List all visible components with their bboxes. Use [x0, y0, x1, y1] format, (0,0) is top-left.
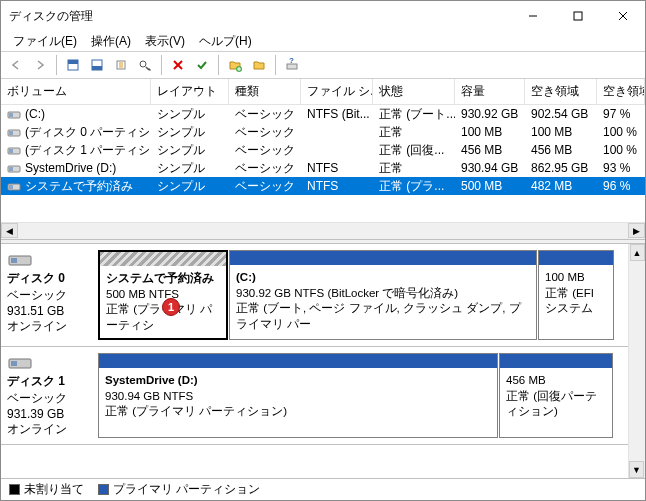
scroll-left-icon[interactable]: ◀ [1, 223, 18, 238]
scroll-down-icon[interactable]: ▼ [629, 461, 644, 478]
col-free[interactable]: 空き領域 [525, 79, 597, 104]
col-status[interactable]: 状態 [373, 79, 455, 104]
minimize-button[interactable] [510, 2, 555, 31]
disk-graphical-view: ディスク 0ベーシック931.51 GBオンラインシステムで予約済み500 MB… [1, 244, 645, 478]
col-capacity[interactable]: 容量 [455, 79, 525, 104]
window-title: ディスクの管理 [9, 8, 510, 25]
menu-view[interactable]: 表示(V) [139, 32, 191, 51]
col-volume[interactable]: ボリューム [1, 79, 151, 104]
settings-button[interactable] [110, 54, 132, 76]
svg-rect-21 [9, 149, 13, 153]
forward-button[interactable] [29, 54, 51, 76]
disk-management-window: ディスクの管理 ファイル(E) 操作(A) 表示(V) ヘルプ(H) ? ボリュ… [0, 0, 646, 501]
new-folder-icon[interactable] [224, 54, 246, 76]
svg-point-9 [140, 61, 146, 67]
svg-rect-19 [9, 131, 13, 135]
view-bottom-button[interactable] [86, 54, 108, 76]
close-button[interactable] [600, 2, 645, 31]
svg-rect-17 [9, 113, 13, 117]
svg-text:?: ? [289, 58, 294, 65]
menu-help[interactable]: ヘルプ(H) [193, 32, 258, 51]
svg-rect-5 [68, 60, 78, 64]
list-rows: (C:)シンプルベーシックNTFS (Bit...正常 (ブート...930.9… [1, 105, 645, 222]
partition[interactable]: (C:)930.92 GB NTFS (BitLocker で暗号化済み)正常 … [229, 250, 537, 340]
svg-rect-7 [92, 66, 102, 70]
col-type[interactable]: 種類 [229, 79, 301, 104]
h-scrollbar[interactable]: ◀ ▶ [1, 222, 645, 239]
disk-row: ディスク 1ベーシック931.39 GBオンラインSystemDrive (D:… [1, 347, 628, 445]
svg-rect-23 [9, 167, 13, 171]
help-drive-icon[interactable]: ? [281, 54, 303, 76]
col-fs[interactable]: ファイル シ... [301, 79, 373, 104]
maximize-button[interactable] [555, 2, 600, 31]
folder-icon[interactable] [248, 54, 270, 76]
list-header: ボリューム レイアウト 種類 ファイル シ... 状態 容量 空き領域 空き領域… [1, 79, 645, 105]
back-button[interactable] [5, 54, 27, 76]
scroll-right-icon[interactable]: ▶ [628, 223, 645, 238]
svg-rect-25 [9, 185, 13, 189]
menu-action[interactable]: 操作(A) [85, 32, 137, 51]
menu-file[interactable]: ファイル(E) [7, 32, 83, 51]
table-row[interactable]: (C:)シンプルベーシックNTFS (Bit...正常 (ブート...930.9… [1, 105, 645, 123]
titlebar: ディスクの管理 [1, 1, 645, 31]
volume-list: ボリューム レイアウト 種類 ファイル シ... 状態 容量 空き領域 空き領域… [1, 79, 645, 239]
table-row[interactable]: システムで予約済みシンプルベーシックNTFS正常 (プラ...500 MB482… [1, 177, 645, 195]
table-row[interactable]: SystemDrive (D:)シンプルベーシックNTFS正常930.94 GB… [1, 159, 645, 177]
scroll-up-icon[interactable]: ▲ [630, 244, 645, 261]
view-top-button[interactable] [62, 54, 84, 76]
toolbar: ? [1, 51, 645, 79]
table-row[interactable]: (ディスク 1 パーティシ...シンプルベーシック正常 (回復...456 MB… [1, 141, 645, 159]
partition[interactable]: 100 MB正常 (EFI システム [538, 250, 614, 340]
checkmark-icon[interactable] [191, 54, 213, 76]
partition[interactable]: SystemDrive (D:)930.94 GB NTFS正常 (プライマリ … [98, 353, 498, 438]
legend-primary: プライマリ パーティション [98, 481, 260, 498]
disk-info: ディスク 0ベーシック931.51 GBオンライン [7, 250, 92, 340]
v-scrollbar[interactable]: ▲ ▼ [628, 244, 645, 478]
menubar: ファイル(E) 操作(A) 表示(V) ヘルプ(H) [1, 31, 645, 51]
delete-icon[interactable] [167, 54, 189, 76]
svg-rect-1 [574, 12, 582, 20]
properties-button[interactable] [134, 54, 156, 76]
partition[interactable]: システムで予約済み500 MB NTFS正常 (プライマリ パーティシ1 [98, 250, 228, 340]
partition[interactable]: 456 MB正常 (回復パーティション) [499, 353, 613, 438]
disk-row: ディスク 0ベーシック931.51 GBオンラインシステムで予約済み500 MB… [1, 244, 628, 347]
badge-number: 1 [162, 298, 180, 316]
table-row[interactable]: (ディスク 0 パーティシ...シンプルベーシック正常100 MB100 MB1… [1, 123, 645, 141]
col-freepct[interactable]: 空き領域の割... [597, 79, 645, 104]
legend-unallocated: 未割り当て [9, 481, 84, 498]
svg-rect-27 [11, 258, 17, 263]
disk-info: ディスク 1ベーシック931.39 GBオンライン [7, 353, 92, 438]
col-layout[interactable]: レイアウト [151, 79, 229, 104]
svg-rect-29 [11, 361, 17, 366]
legend: 未割り当て プライマリ パーティション [1, 478, 645, 500]
